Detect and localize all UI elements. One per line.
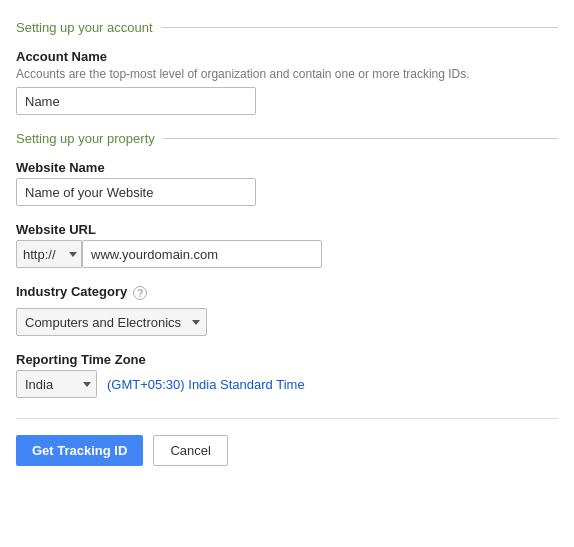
- industry-help-icon[interactable]: ?: [133, 286, 147, 300]
- website-name-input[interactable]: [16, 178, 256, 206]
- url-row: http:// https://: [16, 240, 558, 268]
- website-name-label: Website Name: [16, 160, 558, 175]
- protocol-select[interactable]: http:// https://: [16, 240, 82, 268]
- industry-label: Industry Category: [16, 284, 127, 299]
- industry-select[interactable]: Arts and Entertainment Autos and Vehicle…: [16, 308, 207, 336]
- account-section-divider: [161, 27, 558, 28]
- property-section-divider: [163, 138, 558, 139]
- industry-group: Industry Category ? Arts and Entertainme…: [16, 284, 558, 336]
- account-name-input[interactable]: [16, 87, 256, 115]
- industry-select-wrapper: Arts and Entertainment Autos and Vehicle…: [16, 308, 558, 336]
- timezone-label: Reporting Time Zone: [16, 352, 558, 367]
- account-section-header: Setting up your account: [16, 20, 558, 35]
- timezone-info: (GMT+05:30) India Standard Time: [107, 377, 305, 392]
- footer-divider: [16, 418, 558, 419]
- account-name-group: Account Name Accounts are the top-most l…: [16, 49, 558, 115]
- account-section-title: Setting up your account: [16, 20, 153, 35]
- property-section-title: Setting up your property: [16, 131, 155, 146]
- action-buttons: Get Tracking ID Cancel: [16, 435, 558, 466]
- account-name-label: Account Name: [16, 49, 558, 64]
- timezone-group: Reporting Time Zone India USA UK Austral…: [16, 352, 558, 398]
- website-url-label: Website URL: [16, 222, 558, 237]
- timezone-row: India USA UK Australia (GMT+05:30) India…: [16, 370, 558, 398]
- timezone-select[interactable]: India USA UK Australia: [16, 370, 97, 398]
- cancel-button[interactable]: Cancel: [153, 435, 227, 466]
- website-url-group: Website URL http:// https://: [16, 222, 558, 268]
- website-url-input[interactable]: [82, 240, 322, 268]
- get-tracking-id-button[interactable]: Get Tracking ID: [16, 435, 143, 466]
- website-name-group: Website Name: [16, 160, 558, 206]
- property-section-header: Setting up your property: [16, 131, 558, 146]
- industry-label-row: Industry Category ?: [16, 284, 558, 302]
- account-name-desc: Accounts are the top-most level of organ…: [16, 67, 558, 81]
